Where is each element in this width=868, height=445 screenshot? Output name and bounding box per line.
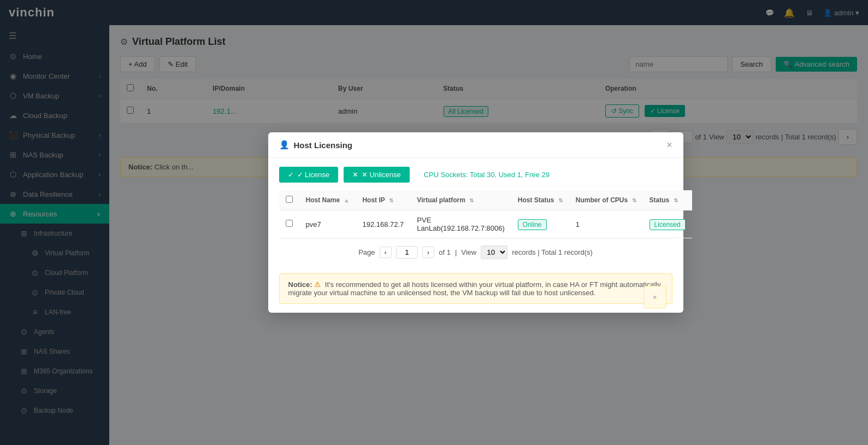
modal-prev-page[interactable]: ‹: [380, 247, 392, 258]
vp-sort-icon[interactable]: ⇅: [469, 197, 474, 203]
cpus-sort-icon[interactable]: ⇅: [632, 197, 636, 203]
hostname-sort-icon[interactable]: ▲: [344, 197, 350, 203]
modal-table-row: pve7 192.168.72.7 PVE LanLab(192.168.72.…: [279, 210, 692, 238]
modal-row-num-cpus: 1: [569, 210, 643, 238]
modal-row-checkbox[interactable]: [286, 220, 293, 227]
modal-pipe: |: [455, 248, 457, 256]
host-licensing-modal: 👤 Host Licensing × ✓ ✓ License ✕ ✕ Unlic…: [268, 132, 683, 313]
modal-table-header: Host Name ▲ Host IP ⇅ Virtual platform ⇅…: [279, 190, 692, 210]
modal-toolbar: ✓ ✓ License ✕ ✕ Unlicense CPU Sockets: T…: [279, 167, 672, 183]
modal-col-num-cpus: Number of CPUs ⇅: [569, 190, 643, 210]
modal-license-button[interactable]: ✓ ✓ License: [279, 167, 338, 183]
modal-row-hostname: pve7: [299, 210, 356, 238]
modal-row-hostip: 192.168.72.7: [356, 210, 410, 238]
hs-sort-icon[interactable]: ⇅: [558, 197, 563, 203]
modal-page-size-select[interactable]: 10 20 50: [481, 245, 507, 259]
modal-next-page[interactable]: ›: [422, 247, 434, 258]
modal-body: ✓ ✓ License ✕ ✕ Unlicense CPU Sockets: T…: [268, 158, 683, 313]
notice-warning-prefix: Notice: ⚠: [288, 280, 325, 289]
modal-select-all[interactable]: [286, 196, 293, 203]
cpu-info: CPU Sockets: Total 30, Used 1, Free 29: [424, 171, 550, 179]
check-icon: ✓: [288, 171, 294, 179]
modal-col-virtual-platform: Virtual platform ⇅: [410, 190, 511, 210]
modal-page-input[interactable]: [396, 246, 418, 259]
modal-title: 👤 Host Licensing: [279, 140, 353, 150]
modal-table: Host Name ▲ Host IP ⇅ Virtual platform ⇅…: [279, 190, 692, 238]
modal-close-button[interactable]: ×: [666, 140, 672, 150]
modal-header: 👤 Host Licensing ×: [268, 132, 683, 158]
modal-page-label: Page: [358, 248, 375, 256]
modal-col-host-status: Host Status ⇅: [511, 190, 569, 210]
modal-records-label: records | Total 1 record(s): [512, 248, 593, 256]
modal-col-hostname: Host Name ▲: [299, 190, 356, 210]
status-sort-icon[interactable]: ⇅: [674, 197, 678, 203]
hostip-sort-icon[interactable]: ⇅: [389, 197, 393, 203]
modal-row-status: Licensed: [643, 210, 692, 238]
modal-row-host-status: Online: [511, 210, 569, 238]
notice-warning-text: It's recommended to get all hosts licens…: [288, 280, 661, 297]
modal-title-icon: 👤: [279, 140, 290, 150]
modal-row-virtual-platform: PVE LanLab(192.168.72.7:8006): [410, 210, 511, 238]
modal-col-checkbox: [279, 190, 299, 210]
modal-view-label: View: [461, 248, 476, 256]
warning-icon: ⚠: [314, 280, 321, 289]
modal-col-hostip: Host IP ⇅: [356, 190, 410, 210]
modal-unlicense-button[interactable]: ✕ ✕ Unlicense: [344, 167, 410, 183]
x-icon: ✕: [352, 171, 358, 179]
modal-footer: Page ‹ › of 1 | View 10 20 50 records | …: [279, 238, 672, 266]
modal-notice: × Notice: ⚠ It's recommended to get all …: [279, 273, 672, 304]
modal-col-status: Status ⇅: [643, 190, 692, 210]
modal-of-label: of 1: [439, 248, 451, 256]
notice-close-button[interactable]: ×: [643, 286, 666, 308]
modal-row-checkbox-cell: [279, 210, 299, 238]
